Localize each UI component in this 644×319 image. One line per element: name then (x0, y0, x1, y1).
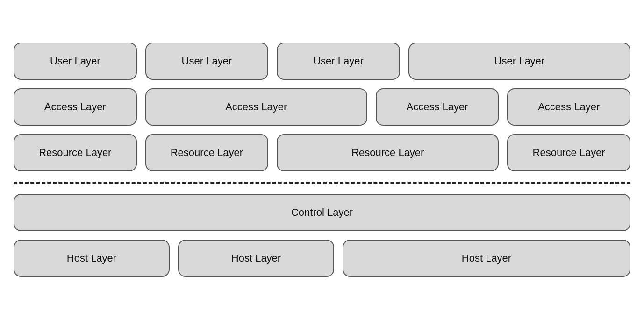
control-layer-box-1: Control Layer (14, 194, 630, 231)
control-layer-row: Control Layer (14, 194, 630, 231)
resource-layer-box-4: Resource Layer (507, 134, 630, 171)
access-layer-box-2: Access Layer (145, 88, 367, 126)
host-layer-box-2: Host Layer (178, 240, 334, 277)
user-layer-row: User Layer User Layer User Layer User La… (14, 43, 630, 80)
resource-layer-box-3: Resource Layer (277, 134, 499, 171)
dashed-divider (14, 182, 630, 184)
user-layer-box-2: User Layer (145, 43, 269, 80)
user-layer-box-1: User Layer (14, 43, 137, 80)
host-layer-row: Host Layer Host Layer Host Layer (14, 240, 630, 277)
user-layer-box-4: User Layer (408, 43, 630, 80)
host-layer-box-1: Host Layer (14, 240, 170, 277)
host-layer-box-3: Host Layer (343, 240, 630, 277)
access-layer-box-4: Access Layer (507, 88, 630, 126)
diagram: User Layer User Layer User Layer User La… (9, 33, 635, 286)
resource-layer-box-2: Resource Layer (145, 134, 269, 171)
resource-layer-box-1: Resource Layer (14, 134, 137, 171)
access-layer-box-3: Access Layer (376, 88, 499, 126)
resource-layer-row: Resource Layer Resource Layer Resource L… (14, 134, 630, 171)
access-layer-row: Access Layer Access Layer Access Layer A… (14, 88, 630, 126)
user-layer-box-3: User Layer (277, 43, 400, 80)
access-layer-box-1: Access Layer (14, 88, 137, 126)
